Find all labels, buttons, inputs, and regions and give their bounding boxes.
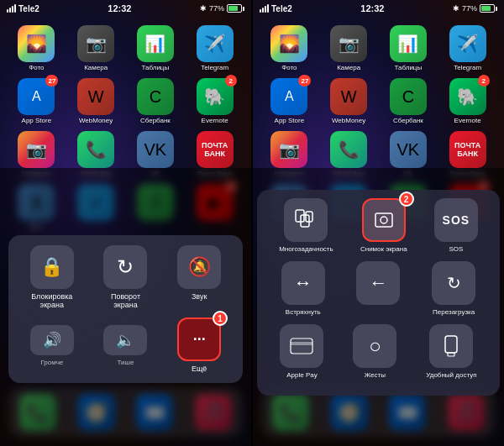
rotate-btn[interactable]: ↻ Поворотэкрана: [103, 245, 147, 309]
reboot-btn[interactable]: ↻ Перезагрузка: [432, 261, 475, 316]
right-appstore-badge: 27: [298, 75, 311, 87]
photos-icon[interactable]: 🌄: [18, 25, 55, 62]
accessibility-label: Удобный доступ: [426, 371, 476, 379]
instagram-icon[interactable]: 📷: [18, 131, 55, 168]
multitask-label: Многозадач­ность: [279, 245, 333, 253]
reboot-label: Перезагрузка: [433, 308, 475, 316]
volume-down-icon[interactable]: 🔈: [103, 325, 147, 355]
carrier-name: Tele2: [18, 4, 39, 13]
rotate-label: Поворотэкрана: [111, 292, 140, 309]
svg-point-4: [381, 217, 387, 223]
mute-label: Звук: [192, 292, 207, 301]
right-app-webmoney[interactable]: W WebMoney: [326, 78, 372, 124]
webmoney-icon[interactable]: W: [77, 78, 114, 115]
reboot-icon[interactable]: ↻: [432, 261, 475, 305]
right-phone-panel: Tele2 12:32 ✱ 77% 🌄 Фото 📷 Камера 📊: [253, 0, 504, 446]
right-sberbank-icon[interactable]: С: [390, 78, 427, 115]
telegram-icon[interactable]: ✈️: [197, 25, 234, 62]
right-webmoney-label: WebMoney: [332, 117, 365, 124]
evernote-icon[interactable]: 🐘 2: [197, 78, 234, 115]
right-pochta-icon[interactable]: ПОЧТА БАНК: [449, 131, 486, 168]
right-photos-icon[interactable]: 🌄: [270, 25, 307, 62]
right-photos-label: Фото: [281, 64, 297, 71]
right-evernote-icon[interactable]: 🐘 2: [449, 78, 486, 115]
right-app-telegram[interactable]: ✈️ Telegram: [444, 25, 491, 71]
accessibility-btn[interactable]: Удобный доступ: [426, 324, 476, 379]
applepay-icon[interactable]: [280, 324, 323, 368]
app-appstore[interactable]: A 27 App Store: [13, 78, 60, 124]
right-appstore-icon[interactable]: A 27: [270, 78, 307, 115]
assist-row-3: Apple Pay ○ Жесты Удобный доступ: [265, 324, 491, 379]
assistive-touch-panel[interactable]: Многозадач­ность 2 Снимок экрана SOS SOS: [257, 190, 500, 396]
lock-icon[interactable]: 🔒: [30, 245, 74, 289]
lock-btn[interactable]: 🔒 Блокировкаэкрана: [30, 245, 74, 309]
accessibility-icon[interactable]: [429, 324, 473, 368]
app-webmoney[interactable]: W WebMoney: [73, 78, 119, 124]
tables-label: Таблицы: [142, 64, 170, 71]
right-vk-icon[interactable]: VK: [390, 131, 427, 168]
esche-label: Ещё: [192, 365, 207, 373]
sos-icon[interactable]: SOS: [434, 198, 478, 242]
volume-up-icon[interactable]: 🔊: [30, 325, 74, 355]
pochta-icon[interactable]: ПОЧТА БАНК: [197, 131, 234, 168]
screenshot-icon[interactable]: [362, 198, 406, 242]
right-camera-icon[interactable]: 📷: [330, 25, 367, 62]
esche-btn[interactable]: ··· 1 Ещё: [177, 317, 221, 373]
right-battery-icon: [480, 4, 497, 13]
control-panel[interactable]: 🔒 Блокировкаэкрана ↻ Поворотэкрана 🔕 Зву…: [8, 235, 243, 383]
shake-icon[interactable]: ↔: [281, 261, 325, 305]
app-photos[interactable]: 🌄 Фото: [13, 25, 60, 71]
multitask-btn[interactable]: Многозадач­ность: [279, 198, 333, 253]
screenshot-btn[interactable]: 2 Снимок экрана: [360, 198, 407, 253]
right-battery-percent: 77%: [462, 4, 477, 13]
lock-label: Блокировкаэкрана: [31, 292, 72, 309]
right-app-sberbank[interactable]: С Сбербанк: [385, 78, 431, 124]
webmoney-label: WebMoney: [79, 117, 113, 124]
right-status-right: ✱ 77%: [453, 4, 497, 13]
right-status-bar: Tele2 12:32 ✱ 77%: [253, 0, 504, 17]
tables-icon[interactable]: 📊: [137, 25, 174, 62]
right-app-evernote[interactable]: 🐘 2 Evernote: [444, 78, 491, 124]
app-sberbank[interactable]: С Сбербанк: [132, 78, 178, 124]
right-webmoney-icon[interactable]: W: [330, 78, 367, 115]
battery-percent: 77%: [209, 4, 224, 13]
applepay-btn[interactable]: Apple Pay: [280, 324, 323, 379]
sos-btn[interactable]: SOS SOS: [434, 198, 478, 253]
mute-icon[interactable]: 🔕: [177, 245, 221, 289]
vk-icon[interactable]: VK: [137, 131, 174, 168]
multitask-icon[interactable]: [284, 198, 328, 242]
assist-row-1: Многозадач­ность 2 Снимок экрана SOS SOS: [265, 198, 491, 253]
sberbank-icon[interactable]: С: [137, 78, 174, 115]
right-app-camera[interactable]: 📷 Камера: [326, 25, 372, 71]
whatsapp-icon-left[interactable]: 📞: [77, 131, 114, 168]
gestures-icon[interactable]: ○: [353, 324, 396, 368]
right-tables-icon[interactable]: 📊: [390, 25, 427, 62]
right-signal-bars: [260, 4, 269, 13]
right-camera-label: Камера: [337, 64, 360, 71]
volume-up-btn[interactable]: 🔊 Громче: [30, 325, 74, 366]
volume-down-btn[interactable]: 🔈 Тише: [103, 325, 147, 366]
camera-icon[interactable]: 📷: [77, 25, 114, 62]
app-camera[interactable]: 📷 Камера: [73, 25, 119, 71]
mute-btn[interactable]: 🔕 Звук: [177, 245, 221, 309]
shake-label: Встряхнуть: [286, 308, 321, 316]
volume-up-label: Громче: [40, 359, 63, 366]
right-app-appstore[interactable]: A 27 App Store: [266, 78, 312, 124]
right-telegram-icon[interactable]: ✈️: [449, 25, 486, 62]
right-app-tables[interactable]: 📊 Таблицы: [385, 25, 431, 71]
app-telegram[interactable]: ✈️ Telegram: [192, 25, 238, 71]
right-app-photos[interactable]: 🌄 Фото: [266, 25, 312, 71]
evernote-label: Evernote: [202, 117, 228, 124]
whatsapp-icon-right[interactable]: 📞: [330, 131, 367, 168]
appstore-icon[interactable]: A 27: [18, 78, 55, 115]
app-evernote[interactable]: 🐘 2 Evernote: [192, 78, 238, 124]
right-telegram-label: Telegram: [454, 64, 481, 71]
right-instagram-icon[interactable]: 📷: [270, 131, 307, 168]
rotate-icon[interactable]: ↻: [103, 245, 147, 289]
volume-down-label: Тише: [118, 359, 134, 366]
arrow-btn[interactable]: ←: [356, 261, 400, 316]
arrow-icon[interactable]: ←: [356, 261, 400, 305]
app-tables[interactable]: 📊 Таблицы: [132, 25, 178, 71]
gestures-btn[interactable]: ○ Жесты: [353, 324, 396, 379]
shake-btn[interactable]: ↔ Встряхнуть: [281, 261, 325, 316]
